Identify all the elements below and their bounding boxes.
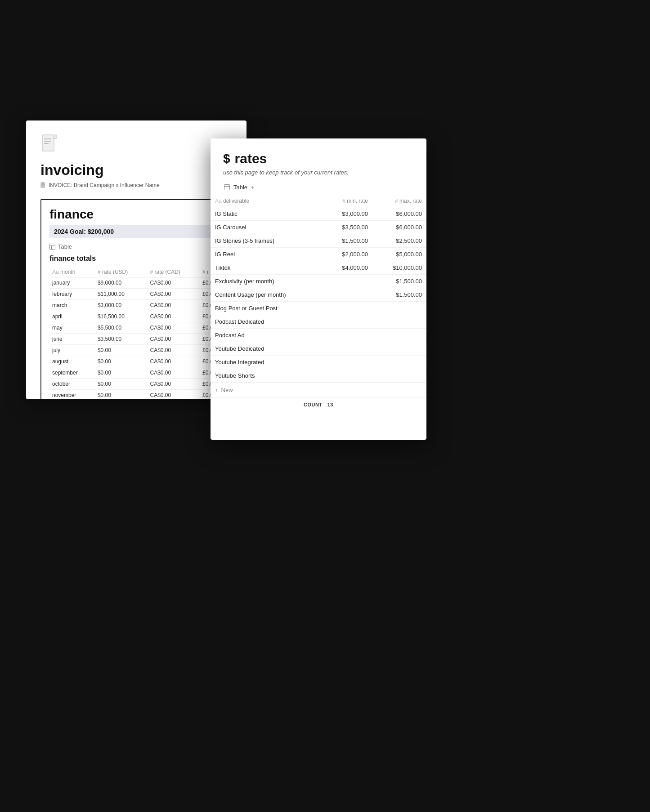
svg-rect-9 — [50, 244, 55, 250]
finance-section: finance 2024 Goal: $200,000 Table financ… — [40, 199, 232, 399]
col-min-rate: # min. rate — [323, 195, 372, 207]
cell-cad: CA$0.00 — [147, 345, 200, 356]
cell-min-rate: $4,000.00 — [323, 261, 372, 275]
table-row: april $16,500.00 CA$0.00 £0.0 — [49, 311, 223, 322]
cell-deliverable: Blog Post or Guest Post — [211, 302, 323, 315]
cell-deliverable: Podcast Ad — [211, 329, 323, 342]
cell-usd: $0.00 — [95, 379, 148, 390]
cell-max-rate — [372, 315, 426, 329]
cell-month: june — [49, 334, 95, 345]
finance-totals-title: finance totals — [49, 254, 223, 263]
col-deliverable: Aa deliverable — [211, 195, 323, 207]
cell-cad: CA$0.00 — [147, 300, 200, 311]
rates-table-add[interactable]: + — [251, 184, 255, 191]
cell-month: january — [49, 277, 95, 289]
cell-cad: CA$0.00 — [147, 356, 200, 367]
cell-usd: $5,500.00 — [95, 322, 148, 334]
svg-rect-4 — [53, 135, 57, 138]
table-row: january $9,000.00 CA$0.00 £0.0 — [49, 277, 223, 289]
rates-title: rates — [235, 151, 267, 166]
invoicing-title: invoicing — [40, 162, 232, 178]
cell-month: may — [49, 322, 95, 334]
rates-content: $ rates use this page to keep track of y… — [211, 151, 426, 191]
svg-rect-1 — [44, 138, 51, 139]
table-row: IG Carousel $3,500.00 $6,000.00 — [211, 221, 426, 234]
cell-usd: $0.00 — [95, 390, 148, 400]
cell-cad: CA$0.00 — [147, 277, 200, 289]
table-row: IG Reel $2,000.00 $5,000.00 — [211, 248, 426, 261]
cell-min-rate — [323, 369, 372, 383]
add-new-label: New — [221, 387, 233, 393]
count-label: COUNT — [304, 402, 323, 407]
cell-deliverable: IG Static — [211, 207, 323, 221]
cell-cad: CA$0.00 — [147, 311, 200, 322]
cell-deliverable: IG Carousel — [211, 221, 323, 234]
cell-min-rate: $3,500.00 — [323, 221, 372, 234]
cell-month: february — [49, 289, 95, 300]
cell-usd: $11,000.00 — [95, 289, 148, 300]
cell-usd: $3,500.00 — [95, 334, 148, 345]
cell-usd: $0.00 — [95, 345, 148, 356]
table-row: IG Static $3,000.00 $6,000.00 — [211, 207, 426, 221]
rates-subtitle: use this page to keep track of your curr… — [223, 169, 414, 176]
goal-row: 2024 Goal: $200,000 — [49, 225, 223, 238]
table-row: november $0.00 CA$0.00 £0.0 — [49, 390, 223, 400]
cell-min-rate — [323, 356, 372, 369]
cell-month: october — [49, 379, 95, 390]
cell-deliverable: Youtube Shorts — [211, 369, 323, 383]
document-icon — [40, 133, 59, 156]
cell-deliverable: Podcast Dedicated — [211, 315, 323, 329]
table-row: october $0.00 CA$0.00 £0.0 — [49, 379, 223, 390]
cell-usd: $0.00 — [95, 356, 148, 367]
svg-rect-2 — [44, 141, 51, 142]
svg-rect-12 — [224, 185, 230, 190]
cell-max-rate — [372, 369, 426, 383]
rates-header: $ rates — [223, 151, 414, 166]
col-max-rate: # max. rate — [372, 195, 426, 207]
cell-cad: CA$0.00 — [147, 390, 200, 400]
cell-month: november — [49, 390, 95, 400]
cell-deliverable: Youtube Integrated — [211, 356, 323, 369]
cell-max-rate — [372, 342, 426, 356]
cell-min-rate — [323, 329, 372, 342]
table-row: may $5,500.00 CA$0.00 £0.0 — [49, 322, 223, 334]
rates-table-label: Table — [233, 184, 247, 191]
cell-max-rate: $1,500.00 — [372, 288, 426, 302]
table-row: Youtube Dedicated — [211, 342, 426, 356]
table-row: Youtube Shorts — [211, 369, 426, 383]
table-label: Table — [49, 243, 223, 250]
cell-cad: CA$0.00 — [147, 289, 200, 300]
col-usd: # rate (USD) — [95, 267, 148, 277]
table-row: IG Stories (3-5 frames) $1,500.00 $2,500… — [211, 234, 426, 248]
cell-max-rate — [372, 329, 426, 342]
table-row: Tiktok $4,000.00 $10,000.00 — [211, 261, 426, 275]
cell-cad: CA$0.00 — [147, 367, 200, 379]
cell-usd: $9,000.00 — [95, 277, 148, 289]
count-row: COUNT 13 — [211, 397, 426, 412]
table-row: july $0.00 CA$0.00 £0.0 — [49, 345, 223, 356]
table-row: september $0.00 CA$0.00 £0.0 — [49, 367, 223, 379]
cell-min-rate — [323, 288, 372, 302]
table-row: Content Usage (per month) $1,500.00 — [211, 288, 426, 302]
cell-max-rate: $1,500.00 — [372, 275, 426, 288]
invoicing-subtitle: INVOICE: Brand Campaign x Influencer Nam… — [40, 182, 232, 188]
cell-month: september — [49, 367, 95, 379]
table-row: june $3,500.00 CA$0.00 £0.0 — [49, 334, 223, 345]
table-row: Blog Post or Guest Post — [211, 302, 426, 315]
cell-max-rate: $6,000.00 — [372, 221, 426, 234]
cell-max-rate — [372, 356, 426, 369]
cell-deliverable: Tiktok — [211, 261, 323, 275]
cell-cad: CA$0.00 — [147, 334, 200, 345]
table-row: february $11,000.00 CA$0.00 £0.0 — [49, 289, 223, 300]
col-cad: # rate (CAD) — [147, 267, 200, 277]
add-new-row[interactable]: + New — [211, 383, 426, 397]
cell-min-rate — [323, 302, 372, 315]
cell-cad: CA$0.00 — [147, 322, 200, 334]
table-row: Podcast Dedicated — [211, 315, 426, 329]
rates-card: $ rates use this page to keep track of y… — [211, 138, 426, 440]
cell-max-rate: $2,500.00 — [372, 234, 426, 248]
col-month: Aa month — [49, 267, 95, 277]
cell-deliverable: Exclusivity (per month) — [211, 275, 323, 288]
cell-month: april — [49, 311, 95, 322]
table-row: Podcast Ad — [211, 329, 426, 342]
